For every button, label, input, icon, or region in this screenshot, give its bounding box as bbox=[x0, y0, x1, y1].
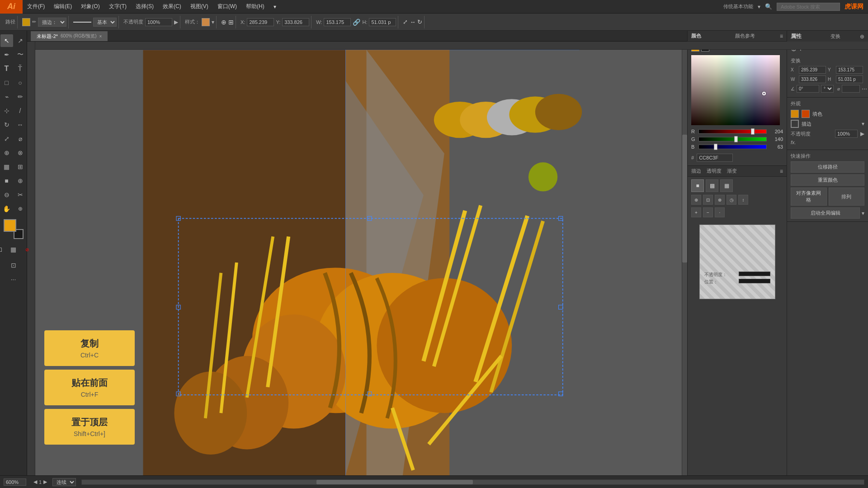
direct-select-tool[interactable]: ↗ bbox=[14, 34, 27, 47]
w-input[interactable] bbox=[324, 18, 351, 26]
ellipse-tool[interactable]: ○ bbox=[14, 76, 27, 89]
rotate-icon[interactable]: ↻ bbox=[417, 19, 422, 25]
angle-attr-input[interactable] bbox=[797, 85, 819, 93]
move-path-btn[interactable]: 位移路径 bbox=[791, 161, 864, 173]
stroke-dropdown-icon[interactable]: ▾ bbox=[862, 121, 864, 127]
r-slider-track[interactable] bbox=[698, 129, 767, 134]
angle-unit-select[interactable]: ° bbox=[821, 85, 834, 93]
reflect-tool[interactable]: ↔ bbox=[14, 118, 27, 131]
opacity-input[interactable] bbox=[145, 18, 172, 26]
b-slider-thumb[interactable] bbox=[714, 144, 717, 150]
g-slider-thumb[interactable] bbox=[734, 136, 738, 142]
eyedropper-tool[interactable]: ⊕ bbox=[14, 174, 27, 187]
h-input[interactable] bbox=[369, 18, 396, 26]
trans-normal-btn[interactable]: ■ bbox=[691, 179, 704, 192]
mesh-tool[interactable]: ⊞ bbox=[14, 160, 27, 173]
pen-tool[interactable]: ✒ bbox=[0, 48, 13, 61]
change-screen-mode[interactable]: ⊡ bbox=[7, 259, 20, 272]
fill-attr-swatch[interactable] bbox=[791, 110, 799, 118]
horizontal-scrollbar[interactable] bbox=[81, 479, 864, 485]
style-dropdown-icon[interactable]: ▾ bbox=[212, 19, 214, 25]
more-transform-icon[interactable]: ⋯ bbox=[862, 86, 867, 92]
y-attr-input[interactable] bbox=[836, 66, 863, 74]
r-slider-thumb[interactable] bbox=[751, 128, 755, 135]
pencil-tool[interactable]: ✏ bbox=[14, 90, 27, 103]
tab-close-button[interactable]: × bbox=[99, 34, 102, 39]
menu-select[interactable]: 选择(S) bbox=[131, 0, 158, 13]
curvature-tool[interactable]: 〜 bbox=[14, 48, 27, 61]
reset-color-btn[interactable]: 重置颜色 bbox=[791, 174, 864, 186]
stroke-tab[interactable]: 描边 bbox=[691, 168, 701, 174]
search-icon[interactable]: 🔍 bbox=[765, 3, 772, 10]
scissors-tool[interactable]: ✂ bbox=[14, 188, 27, 201]
canvas-area[interactable]: 复制 Ctrl+C 贴在前面 Ctrl+F 置于顶层 Shift+Ctrl+] bbox=[35, 50, 687, 475]
warp-tool[interactable]: ⌀ bbox=[14, 132, 27, 145]
vertical-scrollbar[interactable] bbox=[682, 50, 687, 475]
menu-effect[interactable]: 效果(C) bbox=[158, 0, 186, 13]
none-fill[interactable]: ⊘ bbox=[21, 243, 33, 256]
opacity-expand-attr-icon[interactable]: ▶ bbox=[860, 131, 864, 137]
rectangle-tool[interactable]: □ bbox=[0, 76, 13, 89]
panel-collapse-icon[interactable]: ≡ bbox=[780, 33, 783, 39]
color-spectrum[interactable] bbox=[691, 55, 780, 125]
trans-add-icon[interactable]: + bbox=[691, 207, 701, 217]
link-icon[interactable]: 🔗 bbox=[353, 19, 360, 26]
opacity-expand-icon[interactable]: ▶ bbox=[174, 19, 178, 25]
paintbrush-tool[interactable]: ⌁ bbox=[0, 90, 13, 103]
selection-tool[interactable]: ↖ bbox=[0, 34, 13, 47]
horizontal-scrollbar-thumb[interactable] bbox=[316, 480, 473, 484]
transform-tab[interactable]: 变换 bbox=[830, 33, 840, 40]
align-grid-btn[interactable]: 对齐像素网格 bbox=[791, 188, 827, 206]
h-attr-input[interactable] bbox=[836, 75, 863, 83]
foreground-color[interactable] bbox=[4, 219, 16, 232]
menu-file[interactable]: 文件(F) bbox=[23, 0, 49, 13]
menu-window[interactable]: 窗口(W) bbox=[213, 0, 241, 13]
workspace-dropdown-icon[interactable]: ▾ bbox=[758, 4, 760, 10]
vertical-scrollbar-thumb[interactable] bbox=[682, 135, 687, 263]
segment-tool[interactable]: / bbox=[14, 104, 27, 117]
g-slider-track[interactable] bbox=[698, 137, 767, 141]
transform-icon[interactable]: ⤢ bbox=[403, 19, 408, 25]
sort-btn[interactable]: 排列 bbox=[829, 188, 865, 206]
trans-icon2[interactable]: ⊡ bbox=[703, 195, 713, 205]
trans-icon1[interactable]: ⊕ bbox=[691, 195, 701, 205]
rotate-tool[interactable]: ↻ bbox=[0, 118, 13, 131]
menu-object[interactable]: 对象(O) bbox=[76, 0, 104, 13]
zoom-tool[interactable]: ⊕ bbox=[14, 202, 27, 215]
trans-dot-icon[interactable]: · bbox=[715, 207, 725, 217]
y-input[interactable] bbox=[282, 18, 309, 26]
reflect-icon[interactable]: ↔ bbox=[410, 19, 415, 25]
stroke-attr-swatch[interactable] bbox=[791, 120, 799, 128]
context-menu-bring-to-front[interactable]: 置于顶层 Shift+Ctrl+] bbox=[44, 409, 135, 445]
eraser-tool[interactable]: ⊖ bbox=[0, 188, 13, 201]
stroke-style-select[interactable]: 基本 bbox=[93, 18, 117, 27]
blend-tool[interactable]: ⊕ bbox=[0, 146, 13, 159]
menu-view[interactable]: 视图(V) bbox=[186, 0, 213, 13]
more-tools[interactable]: ··· bbox=[7, 273, 20, 286]
trans-overlay-btn[interactable]: ▩ bbox=[706, 179, 718, 192]
scale-tool[interactable]: ⤢ bbox=[0, 132, 13, 145]
shaper-tool[interactable]: ⊹ bbox=[0, 104, 13, 117]
trans-icon5[interactable]: ↕ bbox=[738, 195, 748, 205]
column-graph-tool[interactable]: ▦ bbox=[0, 160, 13, 173]
hex-input[interactable] bbox=[697, 154, 733, 162]
b-slider-track[interactable] bbox=[698, 145, 767, 149]
tab-document[interactable]: 未标题-2* 600% (RGB/预览) × bbox=[31, 31, 108, 41]
align-icon[interactable]: ⊕ bbox=[221, 19, 226, 26]
type-touch-tool[interactable]: T̃ bbox=[14, 62, 27, 75]
fill-attr-icon[interactable] bbox=[802, 110, 810, 118]
search-input[interactable] bbox=[777, 3, 840, 11]
w-attr-input[interactable] bbox=[799, 75, 826, 83]
attr-panel-icon[interactable]: ⊕ bbox=[860, 33, 864, 40]
gradient-tool[interactable]: ■ bbox=[0, 174, 13, 187]
menu-more[interactable]: ▾ bbox=[269, 0, 281, 13]
zoom-input[interactable] bbox=[4, 479, 26, 486]
global-edit-btn[interactable]: 启动全局编辑 bbox=[791, 207, 860, 219]
gradient-fill[interactable]: ▦ bbox=[7, 243, 20, 256]
type-tool[interactable]: T bbox=[0, 62, 13, 75]
page-prev-btn[interactable]: ◀ bbox=[33, 479, 37, 485]
trans-minus-icon[interactable]: − bbox=[703, 207, 713, 217]
page-next-btn[interactable]: ▶ bbox=[43, 479, 47, 485]
hand-tool[interactable]: ✋ bbox=[0, 202, 13, 215]
context-menu-copy[interactable]: 复制 Ctrl+C bbox=[44, 330, 135, 366]
